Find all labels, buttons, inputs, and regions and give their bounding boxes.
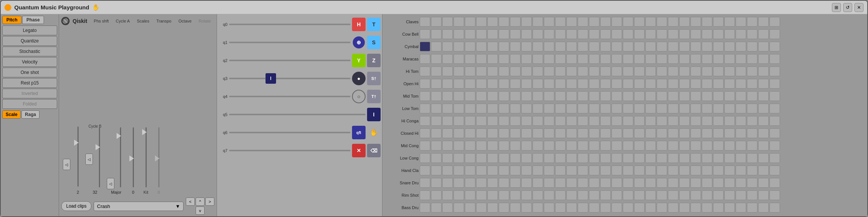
grid-cell-11-18[interactable]	[623, 153, 633, 163]
grid-cell-14-12[interactable]	[555, 190, 566, 200]
grid-cell-2-14[interactable]	[578, 42, 588, 51]
q1-s-btn[interactable]: S	[367, 36, 381, 49]
grid-cell-10-24[interactable]	[690, 141, 701, 151]
grid-cell-12-12[interactable]	[555, 166, 566, 175]
grid-cell-7-10[interactable]	[533, 104, 543, 113]
q3-dot-btn[interactable]: ●	[352, 72, 366, 85]
grid-cell-5-21[interactable]	[657, 79, 667, 89]
grid-cell-10-28[interactable]	[736, 141, 746, 151]
grid-cell-7-8[interactable]	[510, 104, 520, 113]
grid-cell-11-30[interactable]	[758, 153, 769, 163]
grid-cell-1-4[interactable]	[465, 29, 475, 39]
grid-cell-0-8[interactable]	[510, 17, 520, 27]
grid-cell-6-13[interactable]	[566, 91, 577, 101]
scales-slider[interactable]	[115, 125, 126, 189]
grid-cell-0-9[interactable]	[521, 17, 532, 27]
grid-cell-3-23[interactable]	[679, 54, 690, 64]
grid-cell-6-23[interactable]	[679, 91, 690, 101]
grid-cell-13-27[interactable]	[724, 178, 735, 188]
grid-cell-10-21[interactable]	[657, 141, 667, 151]
grid-cell-7-1[interactable]	[431, 104, 442, 113]
grid-cell-13-20[interactable]	[645, 178, 656, 188]
grid-cell-4-29[interactable]	[747, 66, 757, 76]
grid-cell-11-9[interactable]	[521, 153, 532, 163]
grid-cell-11-19[interactable]	[634, 153, 645, 163]
grid-cell-2-8[interactable]	[510, 42, 520, 51]
grid-cell-15-18[interactable]	[623, 203, 633, 212]
grid-cell-8-27[interactable]	[724, 116, 735, 126]
grid-cell-10-26[interactable]	[713, 141, 724, 151]
grid-cell-12-9[interactable]	[521, 166, 532, 175]
grid-cell-11-16[interactable]	[600, 153, 611, 163]
grid-cell-2-31[interactable]	[769, 42, 780, 51]
grid-cell-2-25[interactable]	[702, 42, 712, 51]
grid-cell-12-8[interactable]	[510, 166, 520, 175]
grid-cell-6-16[interactable]	[600, 91, 611, 101]
grid-cell-0-14[interactable]	[578, 17, 588, 27]
grid-cell-8-20[interactable]	[645, 116, 656, 126]
grid-cell-2-19[interactable]	[634, 42, 645, 51]
grid-cell-13-24[interactable]	[690, 178, 701, 188]
grid-cell-1-29[interactable]	[747, 29, 757, 39]
grid-cell-12-20[interactable]	[645, 166, 656, 175]
grid-cell-7-19[interactable]	[634, 104, 645, 113]
grid-cell-1-2[interactable]	[442, 29, 453, 39]
grid-cell-9-4[interactable]	[465, 128, 475, 138]
grid-cell-3-11[interactable]	[544, 54, 554, 64]
grid-cell-1-14[interactable]	[578, 29, 588, 39]
grid-cell-11-13[interactable]	[566, 153, 577, 163]
grid-cell-6-28[interactable]	[736, 91, 746, 101]
grid-cell-5-6[interactable]	[487, 79, 498, 89]
grid-cell-2-1[interactable]	[431, 42, 442, 51]
grid-cell-13-9[interactable]	[521, 178, 532, 188]
grid-cell-15-2[interactable]	[442, 203, 453, 212]
grid-cell-2-27[interactable]	[724, 42, 735, 51]
grid-cell-11-28[interactable]	[736, 153, 746, 163]
grid-cell-8-13[interactable]	[566, 116, 577, 126]
grid-cell-0-19[interactable]	[634, 17, 645, 27]
grid-cell-4-19[interactable]	[634, 66, 645, 76]
grid-cell-7-30[interactable]	[758, 104, 769, 113]
grid-cell-8-25[interactable]	[702, 116, 712, 126]
phase-tab[interactable]: Phase	[22, 16, 44, 24]
grid-cell-12-14[interactable]	[578, 166, 588, 175]
grid-cell-0-3[interactable]	[454, 17, 464, 27]
grid-cell-0-20[interactable]	[645, 17, 656, 27]
grid-cell-6-17[interactable]	[612, 91, 622, 101]
grid-cell-5-15[interactable]	[589, 79, 599, 89]
ctrl-btn-1[interactable]: ⊞	[832, 3, 841, 12]
grid-cell-8-1[interactable]	[431, 116, 442, 126]
grid-cell-8-17[interactable]	[612, 116, 622, 126]
crash-dropdown[interactable]: Crash ▼	[94, 202, 184, 211]
grid-cell-3-22[interactable]	[668, 54, 678, 64]
grid-cell-3-26[interactable]	[713, 54, 724, 64]
grid-cell-4-8[interactable]	[510, 66, 520, 76]
grid-cell-4-11[interactable]	[544, 66, 554, 76]
grid-cell-13-0[interactable]	[420, 178, 430, 188]
grid-cell-9-25[interactable]	[702, 128, 712, 138]
grid-cell-0-26[interactable]	[713, 17, 724, 27]
restp15-btn[interactable]: Rest p15	[2, 78, 57, 88]
grid-cell-9-16[interactable]	[600, 128, 611, 138]
grid-cell-15-7[interactable]	[499, 203, 509, 212]
grid-cell-4-12[interactable]	[555, 66, 566, 76]
grid-cell-8-6[interactable]	[487, 116, 498, 126]
grid-cell-7-11[interactable]	[544, 104, 554, 113]
grid-cell-1-28[interactable]	[736, 29, 746, 39]
grid-cell-10-4[interactable]	[465, 141, 475, 151]
grid-cell-13-23[interactable]	[679, 178, 690, 188]
folded-btn[interactable]: Folded	[2, 99, 57, 109]
grid-cell-14-22[interactable]	[668, 190, 678, 200]
grid-cell-2-10[interactable]	[533, 42, 543, 51]
grid-cell-14-20[interactable]	[645, 190, 656, 200]
grid-cell-0-16[interactable]	[600, 17, 611, 27]
grid-cell-6-12[interactable]	[555, 91, 566, 101]
q3-i-block[interactable]: I	[266, 73, 276, 84]
grid-cell-9-19[interactable]	[634, 128, 645, 138]
grid-cell-4-22[interactable]	[668, 66, 678, 76]
grid-cell-9-18[interactable]	[623, 128, 633, 138]
grid-cell-5-30[interactable]	[758, 79, 769, 89]
grid-cell-11-29[interactable]	[747, 153, 757, 163]
grid-cell-6-0[interactable]	[420, 91, 430, 101]
grid-cell-0-4[interactable]	[465, 17, 475, 27]
